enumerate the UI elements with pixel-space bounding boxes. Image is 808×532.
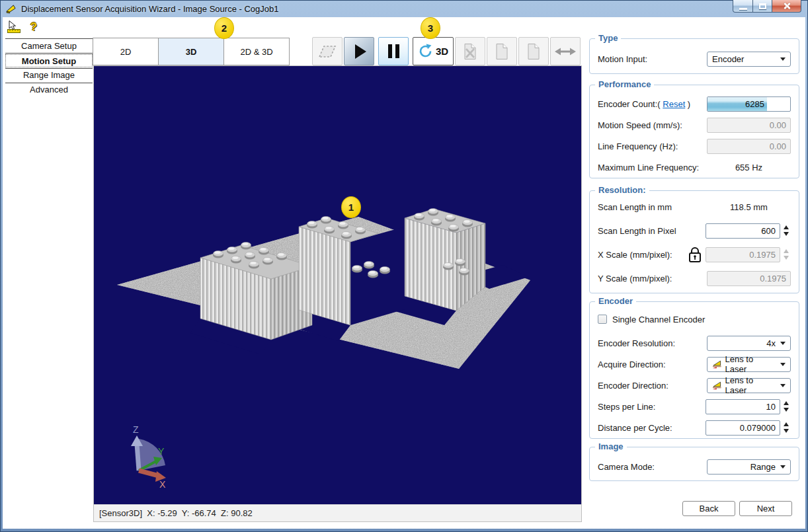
group-encoder-title: Encoder [595,296,636,306]
3d-viewport[interactable]: Z Y X [94,66,581,504]
refresh-3d-button[interactable]: 3D [413,37,454,65]
acquire-direction-dropdown[interactable]: Lens to Laser [707,357,791,372]
encoder-direction-label: Encoder Direction: [598,381,668,391]
reset-link[interactable]: Reset [663,99,685,109]
next-image-button[interactable] [518,37,549,65]
discard-image-button[interactable] [455,37,485,65]
camera-mode-dropdown[interactable]: Range [707,459,791,475]
motion-input-value: Encoder [712,54,776,64]
group-resolution: Resolution: Scan Length in mm 118.5 mm S… [589,190,799,293]
page-icon [495,43,509,60]
scan-length-pixel-label: Scan Length in Pixel [598,226,676,236]
sidebar-item-camera-setup[interactable]: Camera Setup [5,40,93,53]
motion-input-label: Motion Input: [598,54,647,64]
y-scale-field: 0.1975 [707,271,791,286]
play-button[interactable] [344,37,374,65]
group-image-title: Image [595,441,627,451]
scan-length-pixel-field[interactable]: 600 [706,223,780,239]
encoder-resolution-dropdown[interactable]: 4x [707,336,791,351]
measure-tool-button[interactable] [7,20,21,34]
line-frequency-field: 0.00 [707,139,791,154]
sidebar-item-advanced[interactable]: Advanced [5,83,93,96]
prev-image-button[interactable] [487,37,517,65]
motion-input-dropdown[interactable]: Encoder [707,52,791,67]
chevron-down-icon [780,57,786,61]
steps-per-line-label: Steps per Line: [598,402,655,412]
group-encoder: Encoder Single Channel Encoder Encoder R… [589,301,799,439]
annotation-marker-1: 1 [341,196,361,218]
sidebar-divider [5,38,93,39]
close-button[interactable] [772,0,801,13]
encoder-count-label: Encoder Count:( Reset ) [598,99,690,109]
group-type-title: Type [595,33,621,43]
back-button[interactable]: Back [682,501,735,516]
spin-down-button[interactable] [784,232,789,236]
sidebar-item-motion-setup[interactable]: Motion Setup [5,54,93,67]
tab-2d[interactable]: 2D [93,38,159,65]
group-performance: Performance Encoder Count:( Reset ) 6285… [589,85,799,178]
close-icon [782,2,791,10]
scan-length-pixel-spinner [782,225,791,236]
acquire-direction-value: Lens to Laser [725,354,776,374]
x-scale-field: 0.1975 [706,247,780,262]
y-scale-label: Y Scale (mm/pixel): [598,274,672,284]
help-button[interactable]: ? [26,20,41,34]
chevron-down-icon [780,465,786,469]
tab-3d[interactable]: 3D [158,38,224,65]
lock-icon[interactable] [688,246,702,263]
encoder-count-field[interactable]: 6285 [707,96,791,112]
sidebar-divider [5,53,93,54]
app-icon [5,4,17,14]
double-arrow-icon [555,46,576,57]
pause-button[interactable] [378,37,409,65]
annotation-marker-3: 3 [421,17,440,39]
distance-per-cycle-spinner [782,422,791,433]
scan-length-mm-value: 118.5 mm [707,202,791,212]
steps-per-line-field[interactable]: 10 [706,399,780,414]
sidebar-item-range-image[interactable]: Range Image [5,69,93,82]
fit-width-button[interactable] [550,37,581,65]
spin-down-button[interactable] [784,429,789,433]
axis-x-label: X [159,479,166,490]
sensor-direction-icon [712,381,723,390]
single-channel-encoder-label: Single Channel Encoder [612,315,705,324]
page-icon [526,43,541,60]
view-panel: Z Y X [Sensor3D] X: -5.29 Y: -66.74 Z: 9… [93,65,582,522]
spin-down-button[interactable] [784,408,789,412]
pause-icon [388,44,399,58]
spin-up-button[interactable] [784,225,789,229]
view-mode-tabs: 2D 3D 2D & 3D [93,38,290,65]
annotation-marker-2: 2 [214,17,234,39]
viewport-status-bar: [Sensor3D] X: -5.29 Y: -66.74 Z: 90.82 [94,504,581,521]
chevron-down-icon [780,363,786,366]
next-button[interactable]: Next [739,501,792,516]
tab-2d-and-3d[interactable]: 2D & 3D [223,38,290,65]
app-window: Displacement Sensor Acquisition Wizard -… [0,0,808,532]
3d-scene: Z Y X [94,66,581,504]
maximize-button[interactable] [752,0,772,13]
encoder-direction-dropdown[interactable]: Lens to Laser [707,378,791,393]
distance-per-cycle-field[interactable]: 0.079000 [706,420,780,436]
minimize-button[interactable] [733,0,753,13]
titlebar: Displacement Sensor Acquisition Wizard -… [0,0,808,17]
play-icon [355,44,366,59]
motion-speed-label: Motion Speed (mm/s): [598,120,682,130]
dashed-region-icon [317,44,337,59]
camera-mode-label: Camera Mode: [598,462,655,472]
spin-up-button[interactable] [784,401,789,405]
encoder-count-value: 6285 [707,99,767,109]
line-frequency-label: Line Frequency (Hz): [598,141,678,151]
encoder-resolution-label: Encoder Resolution: [598,338,675,348]
scan-length-mm-label: Scan Length in mm [598,202,672,212]
x-scale-spinner [782,249,791,260]
distance-per-cycle-label: Distance per Cycle: [598,423,672,433]
region-select-button[interactable] [312,37,343,65]
chevron-down-icon [780,342,786,345]
window-title: Displacement Sensor Acquisition Wizard -… [21,4,278,14]
single-channel-encoder-checkbox[interactable] [598,315,607,324]
acquire-direction-label: Acquire Direction: [598,360,666,369]
spin-up-button[interactable] [784,422,789,426]
page-x-icon [463,43,477,60]
maximize-icon [759,3,766,9]
group-performance-title: Performance [595,79,654,89]
